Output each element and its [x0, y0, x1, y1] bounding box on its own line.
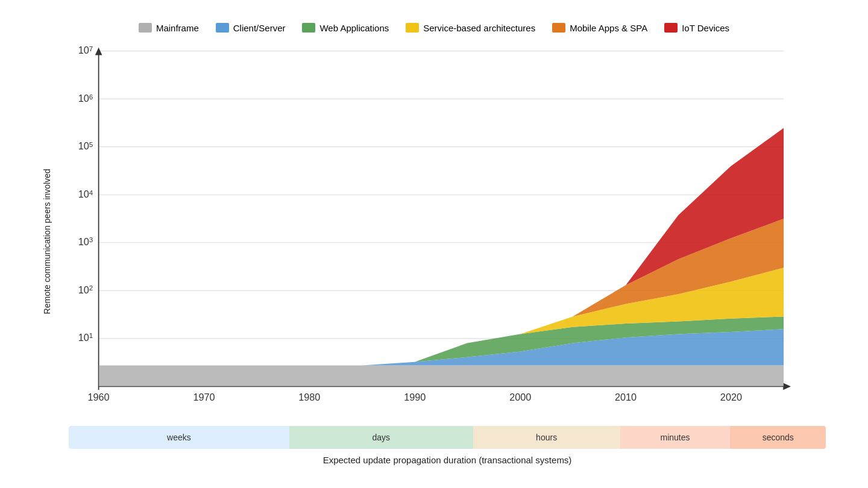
svg-text:2020: 2020 — [720, 391, 742, 402]
legend-label: Service-based architectures — [423, 23, 535, 33]
chart-inner: 107 106 105 104 103 102 101 1960 1970 19… — [57, 44, 826, 421]
x-bottom-label: Expected update propagation duration (tr… — [69, 455, 826, 465]
main-chart: 107 106 105 104 103 102 101 1960 1970 19… — [57, 44, 826, 421]
svg-text:105: 105 — [78, 140, 93, 151]
bottom-section: weeksdayshoursminutesseconds Expected up… — [69, 426, 826, 465]
svg-text:1980: 1980 — [298, 391, 320, 402]
legend-color-box — [406, 23, 419, 33]
legend-color-box — [552, 23, 565, 33]
svg-text:106: 106 — [78, 93, 93, 104]
legend-label: Client/Server — [233, 23, 286, 33]
legend-color-box — [664, 23, 678, 33]
update-propagation-bar: weeksdayshoursminutesseconds — [69, 426, 826, 449]
legend-color-box — [302, 23, 315, 33]
svg-marker-26 — [99, 365, 784, 386]
legend-label: Mainframe — [156, 23, 199, 33]
legend-color-box — [216, 23, 229, 33]
update-bar-segment: minutes — [620, 426, 731, 449]
y-axis-label: Remote communication peers involved — [42, 44, 52, 421]
update-bar-segment: days — [289, 426, 473, 449]
update-bar-segment: hours — [473, 426, 620, 449]
svg-text:1970: 1970 — [193, 391, 215, 402]
chart-legend: MainframeClient/ServerWeb ApplicationsSe… — [42, 23, 826, 33]
legend-item: Service-based architectures — [406, 23, 535, 33]
svg-marker-25 — [783, 383, 791, 390]
svg-text:1990: 1990 — [404, 391, 426, 402]
legend-label: Mobile Apps & SPA — [570, 23, 647, 33]
svg-text:1960: 1960 — [88, 391, 110, 402]
update-bar-segment: seconds — [730, 426, 826, 449]
legend-item: Web Applications — [302, 23, 389, 33]
legend-label: Web Applications — [319, 23, 389, 33]
svg-text:2000: 2000 — [509, 391, 531, 402]
svg-text:2010: 2010 — [615, 391, 637, 402]
update-bar-segment: weeks — [69, 426, 289, 449]
legend-item: IoT Devices — [664, 23, 729, 33]
svg-text:102: 102 — [78, 284, 93, 295]
legend-item: Client/Server — [216, 23, 286, 33]
legend-item: Mainframe — [139, 23, 199, 33]
svg-text:104: 104 — [78, 189, 93, 199]
legend-label: IoT Devices — [682, 23, 729, 33]
legend-color-box — [139, 23, 152, 33]
legend-item: Mobile Apps & SPA — [552, 23, 647, 33]
svg-text:101: 101 — [78, 332, 93, 343]
svg-text:103: 103 — [78, 236, 93, 247]
svg-text:107: 107 — [78, 45, 93, 55]
